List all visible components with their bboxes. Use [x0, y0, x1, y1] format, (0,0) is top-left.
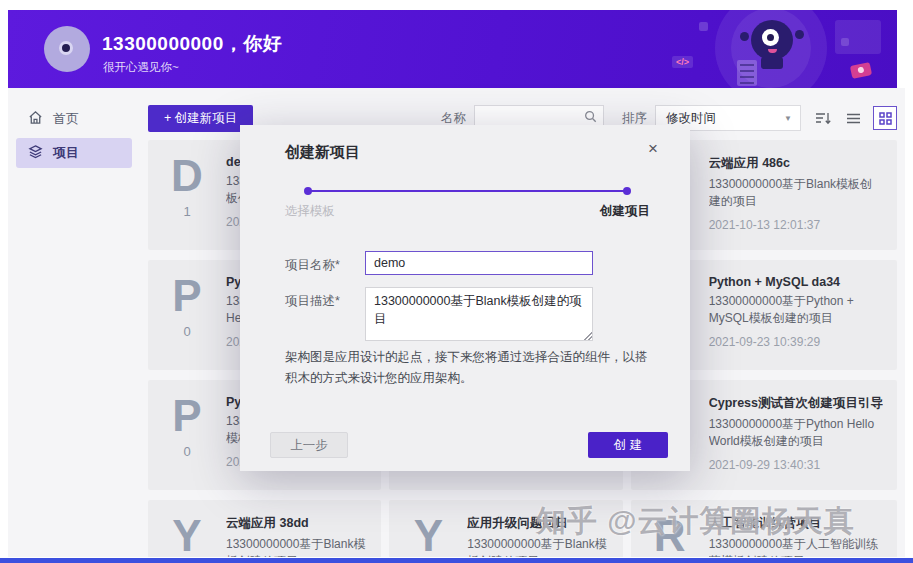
sidebar: 首页 项目 — [8, 88, 140, 557]
project-date: 2021-10-13 12:01:37 — [709, 218, 883, 232]
search-input[interactable] — [483, 111, 584, 125]
project-title: 云端应用 486c — [709, 155, 883, 172]
project-description: 13300000000基于Blank模板创建的项目 — [226, 536, 367, 557]
project-count: 0 — [162, 324, 212, 339]
list-view-icon[interactable] — [846, 112, 861, 125]
name-field-label: 项目名称* — [285, 257, 340, 274]
project-date: 2021-09-29 13:40:31 — [709, 458, 883, 472]
watermark-text: 知乎 @云计算圈杨天真 — [536, 501, 855, 542]
project-date: 2021-09-23 10:39:29 — [709, 335, 883, 349]
create-button[interactable]: 创 建 — [588, 432, 668, 458]
step-label-select-template: 选择模板 — [285, 203, 335, 220]
robot-illustration: </> — [644, 10, 889, 88]
greeting-title: 13300000000，你好 — [102, 31, 282, 57]
robot-head — [751, 20, 793, 60]
project-title: 云端应用 38dd — [226, 515, 367, 532]
sort-select-value: 修改时间 — [666, 110, 716, 127]
camera-icon — [850, 62, 872, 79]
project-name-input[interactable] — [365, 251, 593, 275]
sort-order-icon[interactable] — [815, 111, 832, 126]
hero-banner: 13300000000，你好 很开心遇见你~ </> — [8, 10, 897, 88]
modal-title: 创建新项目 — [285, 143, 360, 162]
create-project-button[interactable]: + 创建新项目 — [148, 105, 253, 132]
avatar — [44, 26, 90, 72]
sort-label: 排序 — [622, 110, 647, 127]
greeting-subtitle: 很开心遇见你~ — [103, 60, 179, 75]
step-dot-current — [623, 187, 631, 195]
step-dot-done — [304, 187, 312, 195]
avatar-robot-icon — [59, 41, 73, 55]
project-count: 0 — [162, 444, 212, 459]
project-avatar-letter: D — [162, 153, 212, 199]
create-project-modal: 创建新项目 × 选择模板 创建项目 项目名称* 项目描述* 1330000000… — [240, 125, 690, 471]
project-avatar-letter: P — [162, 393, 212, 439]
home-icon — [28, 110, 43, 128]
search-label: 名称 — [441, 110, 466, 127]
sidebar-item-projects[interactable]: 项目 — [16, 138, 132, 168]
sidebar-item-home[interactable]: 首页 — [16, 104, 132, 134]
project-avatar-letter: Y — [403, 513, 453, 557]
desc-field-label: 项目描述* — [285, 293, 340, 310]
stepper — [307, 190, 628, 192]
project-description: 13300000000基于Python + MySQL模板创建的项目 — [709, 293, 883, 328]
code-icon: </> — [672, 56, 693, 68]
bottom-accent-bar — [0, 558, 913, 563]
panel-shape — [835, 20, 881, 54]
project-description: 13300000000基于Blank模板创建的项目 — [709, 176, 883, 211]
close-icon[interactable]: × — [642, 137, 664, 161]
project-title: Cypress测试首次创建项目引导 — [709, 395, 883, 412]
modal-hint-text: 架构图是应用设计的起点，接下来您将通过选择合适的组件，以搭积木的方式来设计您的应… — [285, 347, 654, 388]
sidebar-item-label: 项目 — [53, 144, 79, 162]
project-avatar-letter: P — [162, 273, 212, 319]
document-icon — [737, 60, 757, 86]
projects-icon — [28, 144, 43, 162]
project-desc-textarea[interactable]: 13300000000基于Blank模板创建的项目 — [365, 287, 593, 341]
project-count: 1 — [162, 204, 212, 219]
project-description: 13300000000基于Python Hello World模板创建的项目 — [709, 416, 883, 451]
project-title: Python + MySQL da34 — [709, 275, 883, 289]
project-card[interactable]: Y 云端应用 38dd 13300000000基于Blank模板创建的项目 — [148, 500, 381, 557]
grid-view-icon[interactable] — [873, 106, 897, 130]
step-label-create-project: 创建项目 — [600, 203, 650, 220]
sidebar-item-label: 首页 — [53, 110, 79, 128]
previous-step-button[interactable]: 上一步 — [270, 432, 348, 458]
project-avatar-letter: Y — [162, 513, 212, 557]
chevron-down-icon: ▼ — [784, 114, 792, 123]
